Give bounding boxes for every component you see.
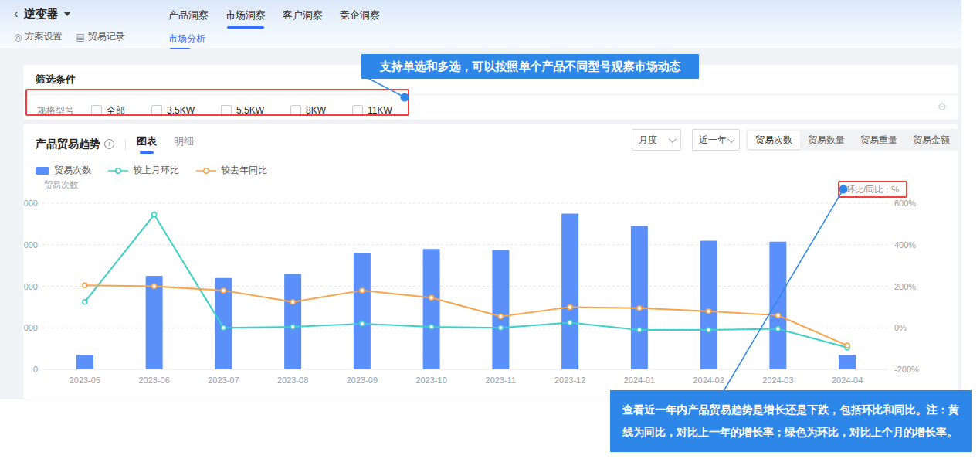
yoy-point xyxy=(637,306,642,311)
metric-trade-weight-button[interactable]: 贸易重量 xyxy=(853,131,905,149)
checkbox-icon[interactable] xyxy=(91,105,102,116)
yoy-point xyxy=(290,300,295,304)
right-axis-tick: 400% xyxy=(894,240,916,250)
tab-market-insight[interactable]: 市场洞察 xyxy=(226,8,266,29)
product-title: 逆变器 xyxy=(24,7,59,22)
trade-count-bar xyxy=(631,226,648,369)
checkbox-icon[interactable] xyxy=(290,105,301,116)
yoy-point xyxy=(845,343,849,348)
metric-segmented-control: 贸易次数 贸易数量 贸易重量 贸易金额 xyxy=(746,129,959,151)
metric-trade-quantity-button[interactable]: 贸易数量 xyxy=(800,131,853,149)
trade-records-link[interactable]: ▤ 贸易记录 xyxy=(76,30,124,43)
trade-count-bar xyxy=(561,213,578,369)
checkbox-option-3-5kw[interactable]: 3.5KW xyxy=(151,105,195,116)
checkbox-icon[interactable] xyxy=(221,105,232,116)
mom-point xyxy=(568,321,572,325)
chevron-down-icon xyxy=(727,135,735,143)
x-axis-tick: 2023-08 xyxy=(277,376,308,385)
yoy-point xyxy=(429,295,434,300)
checkbox-option-8kw[interactable]: 8KW xyxy=(290,105,326,116)
right-axis-tick: -200% xyxy=(894,365,919,374)
product-selector[interactable]: ‹ 逆变器 xyxy=(14,6,71,22)
info-icon[interactable]: i xyxy=(104,139,114,149)
metric-trade-amount-button[interactable]: 贸易金额 xyxy=(905,131,958,149)
divider xyxy=(23,94,958,95)
trend-chart-canvas: 80,000600%60,000400%40,000200%20,0000%0-… xyxy=(23,174,958,399)
trend-chart: 80,000600%60,000400%40,000200%20,0000%0-… xyxy=(23,174,958,399)
filter-tooltip: 支持单选和多选，可以按照单个产品不同型号观察市场动态 xyxy=(361,54,699,79)
mom-point xyxy=(83,300,87,304)
page: ‹ 逆变器 ◎ 方案设置 ▤ 贸易记录 产品洞察 市场洞察 客户洞察 竞企洞察 xyxy=(0,0,980,469)
mom-point xyxy=(707,328,711,332)
top-header: ‹ 逆变器 ◎ 方案设置 ▤ 贸易记录 产品洞察 市场洞察 客户洞察 竞企洞察 xyxy=(0,0,961,48)
trend-card: 产品贸易趋势 i 图表 明细 月度 近一年 贸易次数 贸易数量 贸易重量 贸易金… xyxy=(23,124,958,399)
tab-chart-view[interactable]: 图表 xyxy=(137,134,157,154)
tab-product-insight[interactable]: 产品洞察 xyxy=(168,8,209,29)
metric-trade-count-button[interactable]: 贸易次数 xyxy=(748,131,800,149)
yoy-point xyxy=(775,313,780,318)
option-label: 5.5KW xyxy=(236,105,264,116)
chevron-left-icon[interactable]: ‹ xyxy=(14,6,19,22)
checkbox-option-11kw[interactable]: 11KW xyxy=(352,105,392,116)
trade-count-bar xyxy=(492,250,509,369)
x-axis-tick: 2023-09 xyxy=(347,376,378,385)
trade-count-bar xyxy=(146,276,163,369)
x-axis-tick: 2024-01 xyxy=(624,376,655,385)
subtab-market-analysis[interactable]: 市场分析 xyxy=(168,32,205,49)
mom-point xyxy=(360,321,365,326)
mom-point xyxy=(637,328,642,332)
x-axis-tick: 2023-05 xyxy=(70,376,100,385)
mom-point xyxy=(221,325,226,330)
x-axis-tick: 2023-11 xyxy=(486,376,517,385)
trend-title: 产品贸易趋势 xyxy=(36,138,100,151)
trend-header: 产品贸易趋势 i 图表 明细 xyxy=(36,134,211,154)
right-axis-tick: 600% xyxy=(894,199,916,208)
quick-links: ◎ 方案设置 ▤ 贸易记录 xyxy=(14,30,125,43)
left-axis-tick: 80,000 xyxy=(23,199,38,208)
x-axis-tick: 2024-03 xyxy=(762,376,793,385)
main-tabs: 产品洞察 市场洞察 客户洞察 竞企洞察 xyxy=(168,8,380,29)
divider xyxy=(125,139,126,150)
mom-point xyxy=(498,325,503,330)
left-axis-tick: 60,000 xyxy=(23,240,38,250)
document-icon: ▤ xyxy=(76,32,84,42)
checkbox-icon[interactable] xyxy=(151,105,162,116)
x-axis-tick: 2023-12 xyxy=(554,376,585,385)
period-select[interactable]: 月度 xyxy=(632,129,681,151)
option-label: 8KW xyxy=(306,105,326,116)
x-axis-tick: 2024-04 xyxy=(832,376,863,385)
tab-customer-insight[interactable]: 客户洞察 xyxy=(283,8,323,29)
checkbox-option-all[interactable]: 全部 xyxy=(91,104,125,117)
trade-count-bar xyxy=(769,242,786,369)
range-select-value: 近一年 xyxy=(699,134,727,147)
left-axis-tick: 20,000 xyxy=(23,323,38,332)
checkbox-icon[interactable] xyxy=(352,105,363,116)
x-axis-tick: 2023-07 xyxy=(208,376,239,385)
tab-detail-view[interactable]: 明细 xyxy=(174,134,194,154)
trade-count-bar xyxy=(423,249,440,369)
checkbox-option-5-5kw[interactable]: 5.5KW xyxy=(221,105,264,116)
spec-filter-row: 规格型号 全部 3.5KW 5.5KW 8KW xyxy=(31,99,419,122)
right-axis-tick: 200% xyxy=(894,282,916,291)
option-label: 全部 xyxy=(107,104,125,117)
tab-competitor-insight[interactable]: 竞企洞察 xyxy=(340,8,380,29)
right-axis-tick: 0% xyxy=(894,323,907,332)
filter-settings-icon[interactable]: ⚙ xyxy=(937,100,947,113)
yoy-point xyxy=(568,304,572,309)
x-axis-tick: 2024-02 xyxy=(693,376,724,385)
trend-tooltip: 查看近一年内产品贸易趋势是增长还是下跌，包括环比和同比。注：黄线为同比，对比上一… xyxy=(610,390,972,452)
option-label: 3.5KW xyxy=(167,105,195,116)
option-label: 11KW xyxy=(368,105,392,116)
mom-point xyxy=(290,325,295,329)
scheme-settings-link[interactable]: ◎ 方案设置 xyxy=(14,30,62,43)
left-axis-tick: 0 xyxy=(33,365,38,374)
left-axis-tick: 40,000 xyxy=(23,282,38,291)
trade-count-bar xyxy=(284,274,301,369)
yoy-point xyxy=(707,309,711,314)
range-select[interactable]: 近一年 xyxy=(692,129,740,151)
trade-records-label: 贸易记录 xyxy=(88,30,125,43)
chevron-down-icon xyxy=(669,135,677,143)
period-select-value: 月度 xyxy=(639,134,657,147)
spec-filter-label: 规格型号 xyxy=(31,104,91,117)
chevron-down-icon[interactable] xyxy=(63,12,71,16)
